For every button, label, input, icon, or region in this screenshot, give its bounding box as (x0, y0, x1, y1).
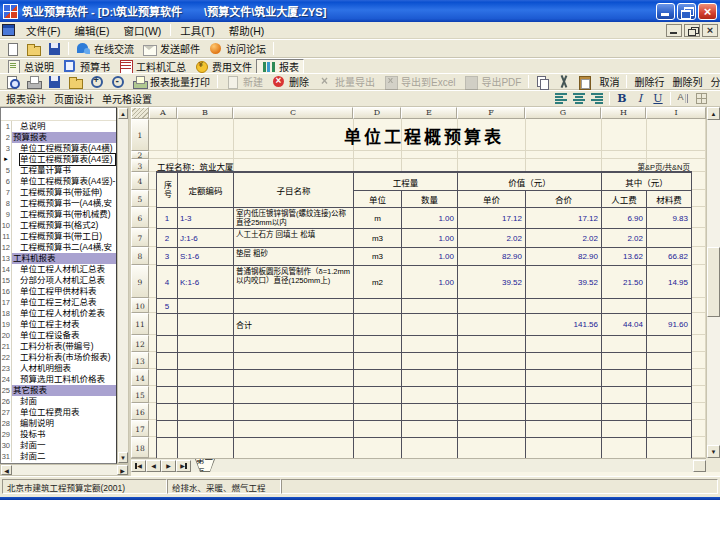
scroll-down-icon[interactable]: ▼ (118, 452, 128, 463)
sheet-tab-first-page[interactable]: 第一页 (195, 459, 215, 472)
sidebar-item[interactable]: 20单位工程设备表 (1, 330, 116, 341)
sidebar-item[interactable]: 22工料分析表(市场价报表) (1, 352, 116, 363)
save-file-button[interactable] (44, 41, 65, 56)
prev-page-nav-button[interactable]: ◀ (146, 460, 161, 472)
grid-column-header[interactable]: H (601, 107, 646, 119)
sidebar-item[interactable]: 12工程概预算书二(A4横,安 (1, 242, 116, 253)
open-report-button[interactable] (65, 74, 86, 89)
next-page-nav-button[interactable]: ▶ (161, 460, 176, 472)
scroll-up-icon[interactable]: ▲ (707, 107, 720, 120)
grid-row-header[interactable]: 14 (131, 369, 149, 386)
sidebar-item[interactable]: 24预算选用工料机价格表 (1, 374, 116, 385)
grid-row-header[interactable]: 3 (131, 159, 149, 172)
align-right-button[interactable] (588, 91, 606, 106)
sidebar-item[interactable]: 28编制说明 (1, 418, 116, 429)
zoom-in-button[interactable] (86, 74, 107, 89)
grid-column-header[interactable]: A (149, 107, 177, 119)
report-list-vertical-scrollbar[interactable]: ▲ ▼ (117, 107, 129, 464)
report-design-button[interactable]: 报表设计 (2, 91, 50, 106)
report-sheet[interactable]: 单位工程概预算表 工程名称：筑业大厦 第&P页/共&N页 序号定额编码子目名称工… (149, 119, 706, 458)
grid-column-header[interactable]: B (177, 107, 233, 119)
save-report-button[interactable] (44, 74, 65, 89)
bold-button[interactable]: B (613, 91, 631, 106)
open-file-button[interactable] (23, 41, 44, 56)
scrollbar-track[interactable] (12, 465, 117, 475)
grid-row-header[interactable]: 18 (131, 437, 149, 458)
scroll-left-icon[interactable]: ◀ (1, 465, 12, 475)
budget-book-button[interactable]: 预算书 (58, 59, 114, 74)
sidebar-item[interactable]: 25其它报表 (1, 385, 116, 396)
menu-file[interactable]: 文件(F) (19, 22, 67, 39)
grid-row-header[interactable]: 4 (131, 172, 149, 190)
sidebar-item[interactable]: 16单位工程甲供材料表 (1, 286, 116, 297)
sidebar-item[interactable]: 26封面 (1, 396, 116, 407)
menu-tools[interactable]: 工具(T) (173, 22, 221, 39)
sidebar-item[interactable]: 13工料机报表 (1, 253, 116, 264)
grid-row-header[interactable]: 9 (131, 265, 149, 298)
grid-row-header[interactable]: 6 (131, 207, 149, 228)
grid-row-header[interactable]: 1 (131, 119, 149, 151)
grid-column-header[interactable]: G (525, 107, 601, 119)
scroll-right-icon[interactable]: ▶ (117, 465, 128, 475)
sidebar-item[interactable]: 30封面一 (1, 440, 116, 451)
menu-help[interactable]: 帮助(H) (222, 22, 272, 39)
cell-borders-button[interactable] (692, 91, 710, 106)
grid-row-header[interactable]: 13 (131, 352, 149, 369)
sidebar-item[interactable]: 6单位工程概预算表(A4竖)- (1, 176, 116, 187)
sidebar-item[interactable]: 27单位工程费用表 (1, 407, 116, 418)
page-break-button[interactable]: 分页 (706, 74, 720, 89)
sidebar-item[interactable]: 7工程概预算书(带延伸) (1, 187, 116, 198)
sidebar-item[interactable]: 11工程概预算书(带工日) (1, 231, 116, 242)
sidebar-item[interactable]: 10工程概预算书(格式2) (1, 220, 116, 231)
mdi-close-button[interactable] (702, 24, 718, 37)
fee-file-button[interactable]: 费用文件 (190, 59, 256, 74)
general-summary-button[interactable]: 总说明 (2, 59, 58, 74)
online-chat-button[interactable]: 在线交流 (72, 41, 138, 56)
sidebar-item[interactable]: 5工程量计算书 (1, 165, 116, 176)
grid-column-header[interactable]: F (457, 107, 525, 119)
grid-row-header[interactable]: 10 (131, 298, 149, 313)
grid-row-header[interactable]: 11 (131, 313, 149, 335)
align-center-button[interactable] (570, 91, 588, 106)
menu-edit[interactable]: 编辑(E) (67, 22, 116, 39)
vertical-text-button[interactable] (674, 91, 692, 106)
sidebar-item[interactable]: 21工料分析表(带编号) (1, 341, 116, 352)
sidebar-item[interactable]: 14单位工程人材机汇总表 (1, 264, 116, 275)
grid-row-header[interactable]: 15 (131, 386, 149, 403)
grid-row-header[interactable]: 16 (131, 403, 149, 420)
underline-button[interactable]: U (649, 91, 667, 106)
first-page-nav-button[interactable]: ◀ (131, 460, 146, 472)
sidebar-item[interactable]: 29投标书 (1, 429, 116, 440)
page-design-button[interactable]: 页面设计 (50, 91, 98, 106)
sidebar-item[interactable]: 8工程概预算书一(A4横,安 (1, 198, 116, 209)
mdi-minimize-button[interactable] (666, 24, 682, 37)
grid-row-header[interactable]: 8 (131, 247, 149, 265)
sidebar-item[interactable]: ►单位工程概预算表(A4竖) (1, 154, 116, 165)
grid-vertical-scrollbar[interactable]: ▲ ▼ (706, 107, 720, 458)
sidebar-item[interactable]: 31封面二 (1, 451, 116, 462)
export-excel-button[interactable]: 导出到Excel (379, 74, 459, 89)
grid-column-header[interactable]: D (353, 107, 401, 119)
delete-report-button[interactable]: 删除 (267, 74, 313, 89)
batch-export-button[interactable]: 批量导出 (313, 74, 379, 89)
sidebar-item[interactable]: 1总说明 (1, 121, 116, 132)
scroll-down-icon[interactable]: ▼ (707, 445, 720, 458)
batch-print-button[interactable]: 报表批量打印 (128, 74, 214, 89)
delete-row-button[interactable]: 删除行 (630, 74, 668, 89)
grid-row-header[interactable]: 5 (131, 190, 149, 207)
grid-row-header[interactable]: 2 (131, 151, 149, 159)
print-preview-button[interactable] (2, 74, 23, 89)
close-button[interactable] (698, 3, 717, 20)
grid-column-header[interactable]: I (646, 107, 706, 119)
grid-column-header[interactable]: E (401, 107, 457, 119)
sidebar-item[interactable]: 18单位工程人材机价差表 (1, 308, 116, 319)
cell-settings-button[interactable]: 单元格设置 (98, 91, 156, 106)
sidebar-item[interactable]: 23人材机明细表 (1, 363, 116, 374)
minimize-button[interactable] (656, 3, 675, 20)
grid-row-header[interactable]: 17 (131, 420, 149, 437)
cancel-button[interactable]: 取消 (595, 74, 623, 89)
new-report-button[interactable]: 新建 (221, 74, 267, 89)
sidebar-item[interactable]: 9工程概预算书(带机械费) (1, 209, 116, 220)
sidebar-item[interactable]: 2预算报表 (1, 132, 116, 143)
copy-button[interactable] (532, 74, 553, 89)
